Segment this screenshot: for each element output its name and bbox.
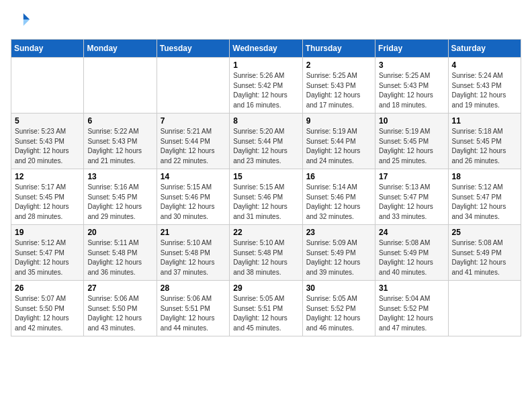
calendar-week: 5Sunrise: 5:23 AM Sunset: 5:43 PM Daylig… bbox=[11, 113, 521, 169]
day-info: Sunrise: 5:15 AM Sunset: 5:46 PM Dayligh… bbox=[161, 183, 226, 222]
day-number: 13 bbox=[87, 172, 152, 181]
day-number: 27 bbox=[87, 283, 152, 293]
calendar-cell: 15Sunrise: 5:15 AM Sunset: 5:46 PM Dayli… bbox=[230, 169, 302, 225]
day-info: Sunrise: 5:11 AM Sunset: 5:48 PM Dayligh… bbox=[87, 238, 152, 277]
day-number: 12 bbox=[15, 172, 80, 181]
weekday-row: SundayMondayTuesdayWednesdayThursdayFrid… bbox=[11, 40, 521, 58]
calendar-week: 26Sunrise: 5:07 AM Sunset: 5:50 PM Dayli… bbox=[11, 281, 521, 336]
day-info: Sunrise: 5:17 AM Sunset: 5:45 PM Dayligh… bbox=[15, 183, 80, 222]
day-info: Sunrise: 5:25 AM Sunset: 5:43 PM Dayligh… bbox=[379, 71, 444, 110]
calendar-week: 19Sunrise: 5:12 AM Sunset: 5:47 PM Dayli… bbox=[11, 225, 521, 281]
day-info: Sunrise: 5:19 AM Sunset: 5:45 PM Dayligh… bbox=[379, 127, 444, 166]
day-number: 6 bbox=[87, 116, 152, 126]
day-number: 19 bbox=[15, 228, 80, 237]
calendar-cell: 21Sunrise: 5:10 AM Sunset: 5:48 PM Dayli… bbox=[157, 225, 229, 281]
calendar-cell: 25Sunrise: 5:08 AM Sunset: 5:49 PM Dayli… bbox=[448, 225, 521, 281]
calendar-cell: 23Sunrise: 5:09 AM Sunset: 5:49 PM Dayli… bbox=[302, 225, 375, 281]
day-number: 8 bbox=[233, 116, 298, 126]
day-number: 29 bbox=[233, 283, 298, 293]
logo-icon bbox=[12, 11, 31, 30]
calendar-cell: 3Sunrise: 5:25 AM Sunset: 5:43 PM Daylig… bbox=[375, 58, 448, 113]
day-number: 25 bbox=[452, 228, 517, 237]
day-info: Sunrise: 5:24 AM Sunset: 5:43 PM Dayligh… bbox=[452, 71, 517, 110]
day-info: Sunrise: 5:10 AM Sunset: 5:48 PM Dayligh… bbox=[233, 238, 298, 277]
calendar-cell: 19Sunrise: 5:12 AM Sunset: 5:47 PM Dayli… bbox=[11, 225, 84, 281]
day-number: 7 bbox=[161, 116, 226, 126]
calendar-week: 12Sunrise: 5:17 AM Sunset: 5:45 PM Dayli… bbox=[11, 169, 521, 225]
calendar-cell: 1Sunrise: 5:26 AM Sunset: 5:42 PM Daylig… bbox=[230, 58, 302, 113]
day-number: 5 bbox=[15, 116, 80, 126]
calendar-cell: 8Sunrise: 5:20 AM Sunset: 5:44 PM Daylig… bbox=[230, 113, 302, 169]
weekday-header: Thursday bbox=[302, 40, 375, 58]
calendar-cell: 24Sunrise: 5:08 AM Sunset: 5:49 PM Dayli… bbox=[375, 225, 448, 281]
day-info: Sunrise: 5:08 AM Sunset: 5:49 PM Dayligh… bbox=[452, 238, 517, 277]
page-header bbox=[11, 11, 521, 32]
day-number: 14 bbox=[161, 172, 226, 181]
day-info: Sunrise: 5:12 AM Sunset: 5:47 PM Dayligh… bbox=[15, 238, 80, 277]
calendar: SundayMondayTuesdayWednesdayThursdayFrid… bbox=[11, 39, 521, 336]
weekday-header: Friday bbox=[375, 40, 448, 58]
day-number: 2 bbox=[306, 60, 371, 70]
day-number: 17 bbox=[379, 172, 444, 181]
weekday-header: Saturday bbox=[448, 40, 521, 58]
day-number: 28 bbox=[161, 283, 226, 293]
calendar-cell: 22Sunrise: 5:10 AM Sunset: 5:48 PM Dayli… bbox=[230, 225, 302, 281]
svg-marker-1 bbox=[24, 19, 30, 26]
calendar-cell: 14Sunrise: 5:15 AM Sunset: 5:46 PM Dayli… bbox=[157, 169, 229, 225]
calendar-cell: 2Sunrise: 5:25 AM Sunset: 5:43 PM Daylig… bbox=[302, 58, 375, 113]
day-number: 18 bbox=[452, 172, 517, 181]
day-number: 16 bbox=[306, 172, 371, 181]
day-info: Sunrise: 5:12 AM Sunset: 5:47 PM Dayligh… bbox=[452, 183, 517, 222]
day-number: 22 bbox=[233, 228, 298, 237]
calendar-cell: 13Sunrise: 5:16 AM Sunset: 5:45 PM Dayli… bbox=[84, 169, 157, 225]
calendar-cell: 6Sunrise: 5:22 AM Sunset: 5:43 PM Daylig… bbox=[84, 113, 157, 169]
day-info: Sunrise: 5:05 AM Sunset: 5:52 PM Dayligh… bbox=[306, 294, 371, 333]
day-info: Sunrise: 5:15 AM Sunset: 5:46 PM Dayligh… bbox=[233, 183, 298, 222]
calendar-cell: 20Sunrise: 5:11 AM Sunset: 5:48 PM Dayli… bbox=[84, 225, 157, 281]
calendar-body: 1Sunrise: 5:26 AM Sunset: 5:42 PM Daylig… bbox=[11, 58, 521, 336]
day-number: 24 bbox=[379, 228, 444, 237]
calendar-cell: 29Sunrise: 5:05 AM Sunset: 5:51 PM Dayli… bbox=[230, 281, 302, 336]
calendar-cell: 5Sunrise: 5:23 AM Sunset: 5:43 PM Daylig… bbox=[11, 113, 84, 169]
day-info: Sunrise: 5:06 AM Sunset: 5:50 PM Dayligh… bbox=[87, 294, 152, 333]
day-info: Sunrise: 5:22 AM Sunset: 5:43 PM Dayligh… bbox=[87, 127, 152, 166]
day-number: 10 bbox=[379, 116, 444, 126]
calendar-cell: 4Sunrise: 5:24 AM Sunset: 5:43 PM Daylig… bbox=[448, 58, 521, 113]
calendar-cell: 16Sunrise: 5:14 AM Sunset: 5:46 PM Dayli… bbox=[302, 169, 375, 225]
day-info: Sunrise: 5:04 AM Sunset: 5:52 PM Dayligh… bbox=[379, 294, 444, 333]
day-info: Sunrise: 5:25 AM Sunset: 5:43 PM Dayligh… bbox=[306, 71, 371, 110]
day-number: 30 bbox=[306, 283, 371, 293]
weekday-header: Wednesday bbox=[230, 40, 302, 58]
calendar-header: SundayMondayTuesdayWednesdayThursdayFrid… bbox=[11, 40, 521, 58]
weekday-header: Monday bbox=[84, 40, 157, 58]
calendar-cell: 17Sunrise: 5:13 AM Sunset: 5:47 PM Dayli… bbox=[375, 169, 448, 225]
day-number: 20 bbox=[87, 228, 152, 237]
day-number: 11 bbox=[452, 116, 517, 126]
day-info: Sunrise: 5:16 AM Sunset: 5:45 PM Dayligh… bbox=[87, 183, 152, 222]
day-number: 23 bbox=[306, 228, 371, 237]
day-number: 31 bbox=[379, 283, 444, 293]
day-number: 21 bbox=[161, 228, 226, 237]
day-number: 26 bbox=[15, 283, 80, 293]
calendar-cell: 7Sunrise: 5:21 AM Sunset: 5:44 PM Daylig… bbox=[157, 113, 229, 169]
calendar-cell: 11Sunrise: 5:18 AM Sunset: 5:45 PM Dayli… bbox=[448, 113, 521, 169]
calendar-cell: 10Sunrise: 5:19 AM Sunset: 5:45 PM Dayli… bbox=[375, 113, 448, 169]
calendar-cell: 28Sunrise: 5:06 AM Sunset: 5:51 PM Dayli… bbox=[157, 281, 229, 336]
day-info: Sunrise: 5:23 AM Sunset: 5:43 PM Dayligh… bbox=[15, 127, 80, 166]
day-info: Sunrise: 5:21 AM Sunset: 5:44 PM Dayligh… bbox=[161, 127, 226, 166]
calendar-cell: 9Sunrise: 5:19 AM Sunset: 5:44 PM Daylig… bbox=[302, 113, 375, 169]
calendar-cell: 26Sunrise: 5:07 AM Sunset: 5:50 PM Dayli… bbox=[11, 281, 84, 336]
day-info: Sunrise: 5:19 AM Sunset: 5:44 PM Dayligh… bbox=[306, 127, 371, 166]
weekday-header: Tuesday bbox=[157, 40, 229, 58]
day-info: Sunrise: 5:10 AM Sunset: 5:48 PM Dayligh… bbox=[161, 238, 226, 277]
calendar-cell: 30Sunrise: 5:05 AM Sunset: 5:52 PM Dayli… bbox=[302, 281, 375, 336]
day-number: 4 bbox=[452, 60, 517, 70]
calendar-cell: 31Sunrise: 5:04 AM Sunset: 5:52 PM Dayli… bbox=[375, 281, 448, 336]
weekday-header: Sunday bbox=[11, 40, 84, 58]
calendar-cell: 18Sunrise: 5:12 AM Sunset: 5:47 PM Dayli… bbox=[448, 169, 521, 225]
day-info: Sunrise: 5:18 AM Sunset: 5:45 PM Dayligh… bbox=[452, 127, 517, 166]
day-info: Sunrise: 5:07 AM Sunset: 5:50 PM Dayligh… bbox=[15, 294, 80, 333]
calendar-cell: 12Sunrise: 5:17 AM Sunset: 5:45 PM Dayli… bbox=[11, 169, 84, 225]
day-info: Sunrise: 5:05 AM Sunset: 5:51 PM Dayligh… bbox=[233, 294, 298, 333]
day-info: Sunrise: 5:26 AM Sunset: 5:42 PM Dayligh… bbox=[233, 71, 298, 110]
